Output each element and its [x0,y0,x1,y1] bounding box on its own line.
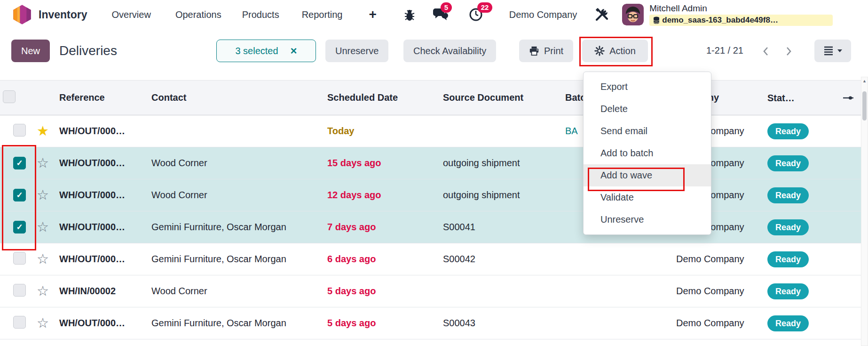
status-badge: Ready [767,315,809,331]
action-label: Action [609,46,636,56]
row-checkbox[interactable] [13,316,26,329]
view-switcher-button[interactable] [814,40,851,62]
header-reference[interactable]: Reference [56,92,149,103]
favorite-star-icon[interactable]: ☆ [37,284,49,298]
nav-overview[interactable]: Overview [112,9,151,20]
row-checkbox[interactable] [13,124,26,137]
action-menu-item[interactable]: Export [584,76,711,98]
reference-cell[interactable]: WH/IN/00002 [56,286,149,297]
plus-icon[interactable]: + [369,8,376,21]
table-row[interactable]: ★ WH/OUT/000… Today BA Demo Company Read… [0,115,868,147]
messages-badge: 5 [441,2,452,13]
reference-cell[interactable]: WH/OUT/000… [56,318,149,329]
scrollbar-thumb[interactable] [862,91,867,121]
contact-cell[interactable]: Gemini Furniture, Oscar Morgan [149,254,324,265]
status-badge: Ready [767,187,809,203]
table-row[interactable]: ☆ WH/OUT/000… Gemini Furniture, Oscar Mo… [0,243,868,275]
pager-previous-button[interactable] [755,40,777,62]
contact-cell[interactable]: Gemini Furniture, Oscar Morgan [149,222,324,233]
header-status[interactable]: Status [765,92,826,103]
source-document-cell[interactable]: S00043 [440,318,562,329]
header-source-document[interactable]: Source Document [440,92,562,103]
nav-reporting[interactable]: Reporting [302,9,343,20]
favorite-star-icon[interactable]: ☆ [37,220,49,234]
action-menu-item[interactable]: Validate [584,186,711,209]
select-all-checkbox[interactable] [3,90,16,103]
scheduled-date-cell[interactable]: Today [324,126,440,137]
reference-cell[interactable]: WH/OUT/000… [56,158,149,169]
scrollbar-up-arrow-icon[interactable]: ▲ [861,77,868,83]
print-button[interactable]: Print [519,40,573,62]
header-contact[interactable]: Contact [149,92,324,103]
activities-clock-icon[interactable]: 22 [469,7,484,22]
status-badge: Ready [767,219,809,235]
scheduled-date-cell[interactable]: 5 days ago [324,318,440,329]
favorite-star-icon[interactable]: ☆ [37,188,49,202]
breadcrumb[interactable]: Deliveries [59,43,117,58]
scheduled-date-cell[interactable]: 5 days ago [324,286,440,297]
selection-pill: 3 selected × [216,40,316,62]
action-menu-item[interactable]: Send email [584,120,711,142]
table-row[interactable]: ✓ ☆ WH/OUT/000… Wood Corner 12 days ago … [0,179,868,211]
source-document-cell[interactable]: outgoing shipment [440,158,562,169]
scheduled-date-cell[interactable]: 6 days ago [324,254,440,265]
action-menu-item[interactable]: Add to wave [584,164,711,186]
row-checkbox[interactable]: ✓ [13,221,26,233]
messages-icon[interactable]: 5 [432,7,449,22]
reference-cell[interactable]: WH/OUT/000… [56,190,149,201]
printer-icon [529,46,539,56]
source-document-cell[interactable]: S00041 [440,222,562,233]
company-switcher[interactable]: Demo Company [509,9,577,20]
source-document-cell[interactable]: S00042 [440,254,562,265]
action-menu-item[interactable]: Unreserve [584,209,711,231]
check-availability-button[interactable]: Check Availability [403,40,496,62]
status-badge: Ready [767,283,809,299]
contact-cell[interactable]: Wood Corner [149,286,324,297]
reference-cell[interactable]: WH/OUT/000… [56,222,149,233]
new-button[interactable]: New [11,40,50,62]
company-cell[interactable]: Demo Company [673,318,765,329]
row-checkbox[interactable] [13,252,26,265]
favorite-star-icon[interactable]: ☆ [37,316,49,330]
inventory-app-logo-icon[interactable] [12,4,32,25]
table-row[interactable]: ☆ WH/IN/00002 Wood Corner 5 days ago Dem… [0,275,868,307]
developer-tools-icon[interactable] [595,8,609,22]
clear-selection-icon[interactable]: × [291,45,297,56]
print-label: Print [544,46,563,56]
source-document-cell[interactable]: outgoing shipment [440,190,562,201]
contact-cell[interactable]: Wood Corner [149,190,324,201]
table-row[interactable]: ☆ WH/OUT/000… Gemini Furniture, Oscar Mo… [0,307,868,339]
table-row[interactable]: ✓ ☆ WH/OUT/000… Wood Corner 15 days ago … [0,147,868,179]
favorite-star-icon[interactable]: ☆ [37,156,49,170]
contact-cell[interactable]: Wood Corner [149,158,324,169]
header-scheduled-date[interactable]: Scheduled Date [324,92,440,103]
gear-icon [594,46,605,56]
scheduled-date-cell[interactable]: 15 days ago [324,158,440,169]
reference-cell[interactable]: WH/OUT/000… [56,254,149,265]
scheduled-date-cell[interactable]: 7 days ago [324,222,440,233]
reference-cell[interactable]: WH/OUT/000… [56,126,149,137]
row-checkbox[interactable]: ✓ [13,189,26,201]
scheduled-date-cell[interactable]: 12 days ago [324,190,440,201]
user-menu[interactable]: Mitchell Admin demo_saas-163_babd4e49f8… [649,3,833,26]
company-cell[interactable]: Demo Company [673,254,765,265]
favorite-star-icon[interactable]: ☆ [37,252,49,266]
scrollbar[interactable]: ▲ [861,77,868,346]
action-button[interactable]: Action [582,40,648,62]
user-avatar[interactable] [622,4,644,25]
row-checkbox[interactable] [13,284,26,297]
contact-cell[interactable]: Gemini Furniture, Oscar Morgan [149,318,324,329]
debug-bug-icon[interactable] [403,8,416,22]
table-row[interactable]: ✓ ☆ WH/OUT/000… Gemini Furniture, Oscar … [0,211,868,243]
nav-products[interactable]: Products [242,9,279,20]
row-checkbox[interactable]: ✓ [13,157,26,169]
pager-next-button[interactable] [778,40,799,62]
action-menu-item[interactable]: Delete [584,98,711,120]
favorite-star-icon[interactable]: ★ [37,124,49,138]
action-menu-item[interactable]: Add to batch [584,142,711,164]
company-cell[interactable]: Demo Company [673,286,765,297]
nav-operations[interactable]: Operations [175,9,221,20]
app-name[interactable]: Inventory [39,8,87,21]
odoo-inventory-screen: Inventory Overview Operations Products R… [0,0,868,346]
unreserve-button[interactable]: Unreserve [325,40,388,62]
